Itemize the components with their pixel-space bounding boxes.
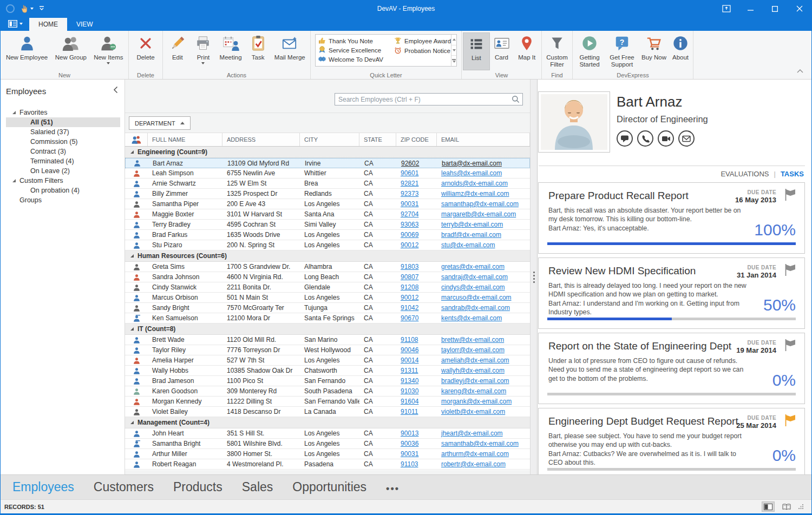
new-group-button[interactable]: New Group <box>52 32 89 70</box>
sidebar-item-all-51[interactable]: All (51) <box>6 117 120 127</box>
employee-row[interactable]: Samantha Piper200 E Ave 43Los AngelesCA9… <box>125 199 530 209</box>
zip-link[interactable]: 90014 <box>401 356 418 364</box>
zip-link[interactable]: 92704 <box>401 210 418 218</box>
new-items-button[interactable]: New Items <box>90 32 127 70</box>
column-header-city[interactable]: CITY <box>300 133 359 146</box>
customize-qat-button[interactable] <box>39 6 44 11</box>
column-header-address[interactable]: ADDRESS <box>222 133 300 146</box>
email-link[interactable]: ameliah@dx-email.com <box>441 356 509 364</box>
email-link[interactable]: terryb@dx-email.com <box>441 221 503 228</box>
employee-row[interactable]: Sandy Bright7570 McGroarty TerTujungaCA9… <box>125 303 530 313</box>
buy-now-button[interactable]: Buy Now <box>639 32 669 70</box>
employee-row[interactable]: Arnie Schwartz125 W Elm StBreaCA92821arn… <box>125 179 530 189</box>
mail-merge-button[interactable]: Mail Merge <box>271 32 309 70</box>
group-row[interactable]: IT (Count=8) <box>125 323 530 335</box>
video-call-button[interactable] <box>658 130 674 147</box>
nav-item-opportunities[interactable]: Opportunities <box>292 480 366 494</box>
zip-link[interactable]: 91311 <box>401 367 418 374</box>
gallery-dropdown-button[interactable] <box>451 56 456 66</box>
get-free-support-button[interactable]: ? Get Free Support <box>605 32 639 70</box>
detail-panel-toggle-button[interactable] <box>762 501 775 512</box>
flag-icon[interactable] <box>784 414 797 429</box>
search-button[interactable] <box>508 94 522 105</box>
print-button[interactable]: Print <box>191 32 216 70</box>
zip-link[interactable]: 91108 <box>401 336 418 344</box>
employee-row[interactable]: Karen Goodson309 Monterey RdSouth Pasade… <box>125 386 530 397</box>
collapse-ribbon-button[interactable] <box>796 66 804 76</box>
collapse-sidebar-button[interactable] <box>113 86 118 96</box>
close-button[interactable] <box>787 1 811 17</box>
nav-item-products[interactable]: Products <box>173 480 222 494</box>
gallery-scroll-up-button[interactable] <box>451 35 456 45</box>
column-header-email[interactable]: EMAIL <box>437 133 530 146</box>
zip-link[interactable]: 90807 <box>401 273 418 281</box>
employee-row[interactable]: Sandra Johnson4600 N Virginia Rd.Long Be… <box>125 272 530 282</box>
edit-button[interactable]: Edit <box>164 32 191 70</box>
zip-link[interactable]: 91208 <box>401 283 418 291</box>
employee-row[interactable]: Terry Bradley4595 Cochran StSimi ValleyC… <box>125 220 530 230</box>
email-link[interactable]: samanthap@dx-email.com <box>441 200 519 208</box>
email-button[interactable] <box>678 130 695 147</box>
zip-link[interactable]: 93063 <box>401 221 418 228</box>
zip-link[interactable]: 92373 <box>401 190 418 197</box>
employee-row[interactable]: Brad Jameson1100 Pico StSan FernandoCA91… <box>125 376 530 386</box>
zip-link[interactable]: 90069 <box>401 231 418 239</box>
sidebar-item-salaried-37[interactable]: Salaried (37) <box>1 127 125 137</box>
zip-link[interactable]: 91042 <box>401 304 418 312</box>
flag-icon[interactable] <box>784 188 797 203</box>
email-link[interactable]: sandraj@dx-email.com <box>441 273 508 281</box>
sidebar-item-terminated-4[interactable]: Terminated (4) <box>1 156 125 166</box>
column-header-full-name[interactable]: FULL NAME <box>148 133 222 146</box>
zip-link[interactable]: 90012 <box>401 241 418 249</box>
getting-started-button[interactable]: Getting Started <box>574 32 605 70</box>
task-card[interactable]: Report on the State of Engineering DeptD… <box>538 333 805 404</box>
column-header-zip-code[interactable]: ZIP CODE <box>396 133 437 146</box>
flag-icon[interactable] <box>784 339 797 354</box>
sidebar-item-commission-5[interactable]: Commission (5) <box>1 137 125 147</box>
map-it-button[interactable]: Map It <box>513 32 540 70</box>
employee-row[interactable]: Stu Pizaro200 N. Spring StLos AngelesCA9… <box>125 240 530 250</box>
email-link[interactable]: gretas@dx-email.com <box>441 263 505 270</box>
employee-row[interactable]: Amelia Harper527 W 7th StLos AngelesCA90… <box>125 355 530 366</box>
nav-more-button[interactable]: ••• <box>386 480 400 494</box>
task-card[interactable]: Engineering Dept Budget Request ReportDU… <box>538 408 805 474</box>
employee-row[interactable]: Greta Sims1700 S Grandview Dr.AlhambraCA… <box>125 262 530 272</box>
employee-row[interactable]: Violet Bailey1418 Descanso DrLa CanadaCA… <box>125 407 530 417</box>
sidebar-item-on-leave-2[interactable]: On Leave (2) <box>1 166 125 176</box>
group-by-department-button[interactable]: DEPARTMENT <box>129 116 191 130</box>
panel-splitter[interactable] <box>530 80 538 474</box>
quick-letter-item-welcome-to-devav[interactable]: Welcome To DevAV <box>318 55 394 64</box>
email-link[interactable]: cindys@dx-email.com <box>441 283 505 291</box>
employee-row[interactable]: Brett Wade1120 Old Mill Rd.San MarinoCA9… <box>125 335 530 345</box>
zip-link[interactable]: 90601 <box>401 169 418 177</box>
delete-button[interactable]: Delete <box>130 32 161 70</box>
email-link[interactable]: bradleyj@dx-email.com <box>441 377 509 385</box>
zip-link[interactable]: 90036 <box>401 440 418 447</box>
task-card[interactable]: Review New HDMI SpecificationDUE DATE31 … <box>538 258 805 329</box>
employee-row[interactable]: Maggie Boxter3101 W Harvard StSanta AnaC… <box>125 209 530 220</box>
zip-link[interactable]: 91604 <box>401 398 418 405</box>
employee-row[interactable]: Leah Simpson6755 Newlin AveWhittierCA906… <box>125 168 530 179</box>
email-link[interactable]: williamz@dx-email.com <box>441 190 509 197</box>
flag-icon[interactable] <box>784 263 797 279</box>
tab-tasks[interactable]: TASKS <box>781 170 804 178</box>
email-link[interactable]: arthurm@dx-email.com <box>441 450 509 458</box>
email-link[interactable]: kents@dx-email.com <box>441 314 502 322</box>
about-button[interactable]: About <box>669 32 692 70</box>
custom-filter-button[interactable]: Custom Filter <box>543 32 571 70</box>
zip-link[interactable]: 91803 <box>401 263 418 270</box>
email-link[interactable]: arnolds@dx-email.com <box>441 180 508 187</box>
group-row[interactable]: Management (Count=4) <box>125 417 530 428</box>
employee-row[interactable]: Wally Hobbs10385 Shadow Oak DrChatsworth… <box>125 366 530 376</box>
ribbon-display-options-button[interactable] <box>714 1 738 17</box>
email-link[interactable]: stu@dx-email.com <box>441 241 495 249</box>
email-link[interactable]: morgank@dx-email.com <box>441 398 512 405</box>
quick-letter-item-probation-notice[interactable]: Probation Notice <box>394 46 451 56</box>
zip-link[interactable]: 91030 <box>401 387 418 395</box>
email-link[interactable]: wallyh@dx-email.com <box>441 367 505 374</box>
employee-row[interactable]: Brad Farkus1635 Woods DriveLos AngelesCA… <box>125 230 530 240</box>
zip-link[interactable]: 90046 <box>401 346 418 354</box>
sidebar-item-contract-3[interactable]: Contract (3) <box>1 147 125 156</box>
email-link[interactable]: leahs@dx-email.com <box>441 169 502 177</box>
email-link[interactable]: taylorr@dx-email.com <box>441 346 505 354</box>
